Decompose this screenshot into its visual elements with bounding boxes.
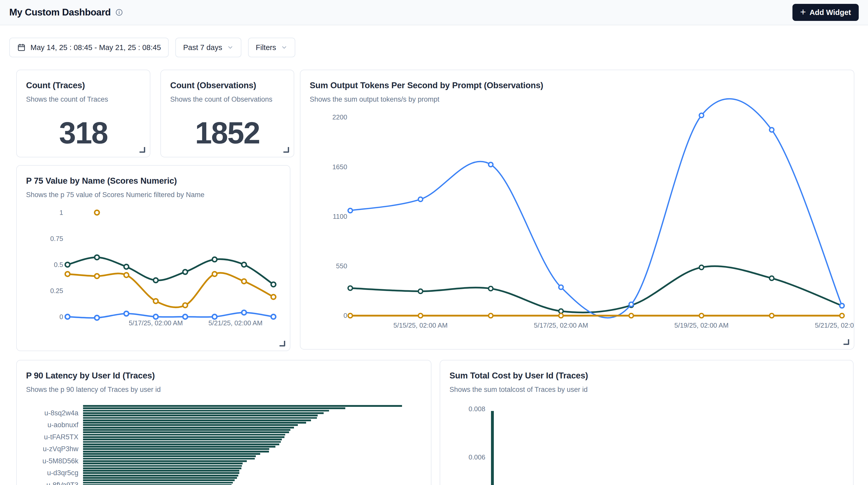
latency-bar [83, 462, 243, 464]
data-point-marker [348, 313, 352, 318]
widget-count-observations[interactable]: Count (Observations) Shows the count of … [160, 70, 294, 157]
latency-bar [83, 431, 289, 433]
data-point-marker [183, 314, 187, 319]
chevron-down-icon [281, 44, 287, 51]
date-preset-select[interactable]: Past 7 days [175, 38, 241, 57]
y-axis-tick-label: 1100 [333, 213, 347, 220]
latency-bar [83, 407, 345, 409]
chevron-down-icon [227, 44, 234, 51]
filters-button[interactable]: Filters [248, 38, 295, 57]
y-axis-tick-label: 2200 [332, 114, 347, 121]
latency-bar [83, 424, 298, 426]
data-point-marker [840, 304, 844, 308]
y-axis-tick-label: 0.006 [440, 453, 485, 461]
date-preset-value: Past 7 days [183, 43, 222, 52]
filter-bar: May 14, 25 : 08:45 - May 21, 25 : 08:45 … [9, 38, 295, 57]
latency-bar [83, 475, 238, 477]
y-axis-tick-label: 0.008 [440, 405, 485, 413]
latency-bar [83, 451, 269, 453]
y-axis-tick-label: 0.5 [54, 261, 63, 268]
latency-bar [83, 434, 285, 436]
add-widget-button[interactable]: + Add Widget [793, 4, 859, 21]
latency-bar [83, 446, 275, 448]
data-point-marker [153, 314, 158, 319]
data-point-marker [418, 289, 423, 294]
data-point-marker [95, 255, 99, 260]
line-series-blue-series [350, 99, 842, 318]
bar-user-id-label: u-aobnuxf [17, 421, 79, 429]
data-point-marker [95, 315, 99, 320]
latency-bar [83, 477, 237, 479]
y-axis-tick-label: 1650 [332, 163, 347, 171]
widget-cost-chart[interactable]: Sum Total Cost by User Id (Traces) Shows… [440, 360, 854, 485]
latency-bar [83, 479, 235, 481]
bar-user-id-label: u-5M8D56k [17, 457, 79, 465]
latency-bar [83, 420, 311, 421]
latency-bar [83, 448, 269, 450]
latency-bar [83, 472, 239, 474]
info-icon[interactable] [115, 8, 123, 16]
resize-handle-icon[interactable] [280, 341, 285, 346]
data-point-marker [699, 113, 704, 118]
latency-bar [83, 429, 290, 431]
latency-bar [83, 467, 241, 469]
data-point-marker [489, 286, 493, 291]
resize-handle-icon[interactable] [843, 339, 849, 345]
date-range-picker[interactable]: May 14, 25 : 08:45 - May 21, 25 : 08:45 [9, 38, 169, 57]
widget-title: Count (Observations) [170, 81, 256, 90]
widget-title: Count (Traces) [26, 81, 85, 90]
x-axis-tick-label: 5/19/25, 02:00 AM [674, 322, 728, 329]
data-point-marker [153, 278, 158, 282]
tokens-line-chart-canvas[interactable]: 05501100165022005/15/25, 02:00 AM5/17/25… [301, 70, 854, 349]
p90-bar-chart-canvas[interactable]: u-8sq2w4au-aobnuxfu-tFAR5TXu-zVqP3hwu-5M… [17, 360, 431, 485]
latency-bar [83, 427, 294, 428]
cost-bar-chart-canvas[interactable]: 0.0080.006 [440, 360, 853, 485]
data-point-marker [95, 274, 99, 278]
latency-bar [83, 455, 256, 457]
y-axis-tick-label: 0.75 [50, 235, 63, 242]
latency-bar [83, 444, 279, 445]
data-point-marker [242, 262, 246, 267]
count-observations-value: 1852 [161, 109, 294, 157]
widget-subtitle: Shows the count of Observations [170, 95, 272, 103]
data-point-marker [559, 285, 563, 290]
cost-bar [491, 411, 494, 485]
data-point-marker [65, 272, 70, 276]
data-point-marker [699, 265, 704, 270]
data-point-marker [271, 295, 276, 299]
data-point-marker [183, 270, 187, 274]
data-point-marker [212, 314, 217, 319]
widget-count-traces[interactable]: Count (Traces) Shows the count of Traces… [16, 70, 150, 157]
latency-bar [83, 412, 323, 414]
y-axis-tick-label: 0 [60, 313, 63, 321]
data-point-marker [699, 313, 704, 318]
x-axis-tick-label: 5/21/25, 02:00 AM [815, 322, 854, 329]
data-point-marker [65, 314, 70, 319]
latency-bar [83, 422, 306, 424]
filters-label: Filters [256, 43, 276, 52]
latency-bar [83, 470, 239, 472]
resize-handle-icon[interactable] [140, 147, 145, 153]
widget-p90-latency-chart[interactable]: P 90 Latency by User Id (Traces) Shows t… [16, 360, 431, 485]
latency-bar [83, 460, 247, 462]
widget-tokens-chart[interactable]: Sum Output Tokens Per Second by Prompt (… [300, 70, 854, 350]
data-point-marker [559, 313, 563, 318]
y-axis-tick-label: 0 [343, 312, 347, 319]
latency-bar [83, 453, 260, 455]
widget-p75-chart[interactable]: P 75 Value by Name (Scores Numeric) Show… [16, 165, 290, 351]
latency-bar [83, 465, 242, 467]
bar-user-id-label: u-zVqP3hw [17, 445, 79, 453]
data-point-marker [489, 162, 493, 166]
latency-bar [83, 417, 317, 419]
count-traces-value: 318 [17, 109, 150, 157]
data-point-marker [348, 208, 352, 213]
latency-bar [83, 482, 233, 484]
latency-bar [83, 415, 318, 416]
data-point-marker [65, 262, 70, 267]
latency-bar [83, 436, 284, 438]
add-widget-label: Add Widget [809, 8, 851, 17]
resize-handle-icon[interactable] [283, 147, 289, 153]
data-point-marker [770, 313, 774, 318]
p75-line-chart-canvas[interactable]: 00.250.50.7515/17/25, 02:00 AM5/21/25, 0… [17, 165, 290, 351]
data-point-marker [124, 311, 129, 316]
